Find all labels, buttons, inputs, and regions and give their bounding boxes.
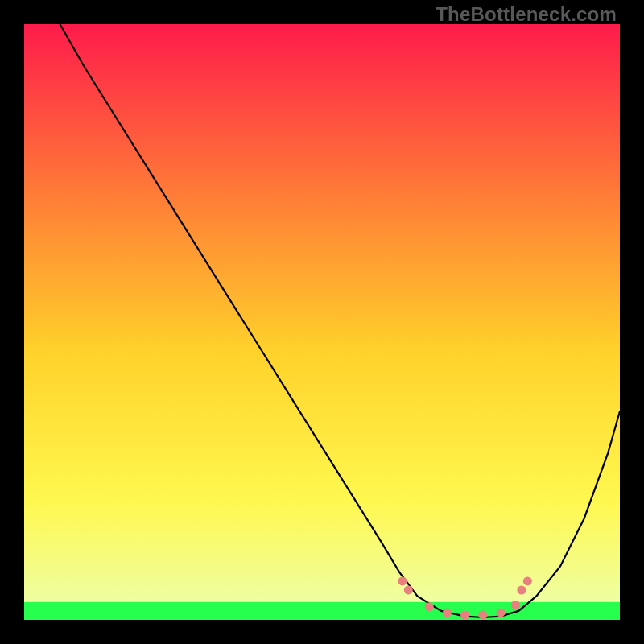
marker-dot <box>523 576 532 585</box>
marker-dot <box>443 609 452 617</box>
chart-frame <box>24 24 620 620</box>
optimal-band <box>24 602 620 620</box>
marker-dot <box>425 602 434 611</box>
watermark-text: TheBottleneck.com <box>436 3 617 26</box>
marker-dot <box>517 586 526 595</box>
marker-dot <box>404 586 413 595</box>
marker-dot <box>398 576 407 585</box>
marker-dot <box>478 611 487 620</box>
marker-dot <box>497 609 506 617</box>
marker-dot <box>511 601 520 609</box>
marker-dot <box>460 611 469 620</box>
bottleneck-chart <box>24 24 620 620</box>
